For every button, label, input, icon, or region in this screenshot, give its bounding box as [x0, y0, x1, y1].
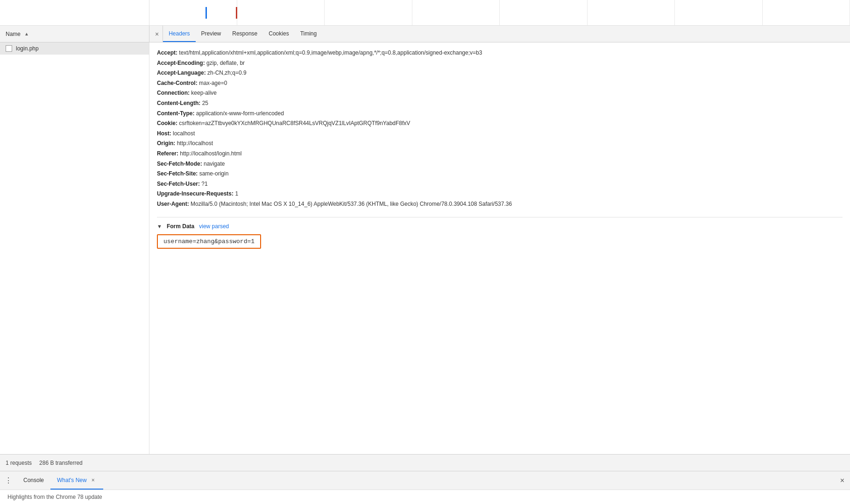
- tab-cookies[interactable]: Cookies: [263, 26, 294, 42]
- header-value: csrftoken=azZTtbvye0kYXchMRGHQUnaRC8fSR4…: [177, 120, 410, 126]
- header-value: keep-alive: [190, 90, 217, 96]
- header-row: Referer: http://localhost/login.html: [157, 149, 843, 159]
- header-row: Accept-Language: zh-CN,zh;q=0.9: [157, 68, 843, 78]
- header-value: localhost: [171, 130, 195, 137]
- header-key: Sec-Fetch-User:: [157, 181, 200, 187]
- timeline-col-7: [675, 0, 763, 25]
- header-row: User-Agent: Mozilla/5.0 (Macintosh; Inte…: [157, 199, 843, 210]
- header-row: Accept-Encoding: gzip, deflate, br: [157, 58, 843, 69]
- header-key: Accept-Language:: [157, 70, 206, 76]
- header-row: Accept: text/html,application/xhtml+xml,…: [157, 48, 843, 58]
- form-data-section: ▼ Form Data view parsed username=zhang&p…: [157, 217, 843, 249]
- timeline-marker-red: [236, 7, 237, 19]
- form-data-label: Form Data: [167, 223, 194, 230]
- header-value: application/x-www-form-urlencoded: [194, 110, 283, 117]
- header-row: Sec-Fetch-Site: same-origin: [157, 169, 843, 179]
- whats-new-tab-label: What's New: [57, 477, 87, 483]
- tab-close-x-button[interactable]: ×: [151, 26, 163, 42]
- header-value: Mozilla/5.0 (Macintosh; Intel Mac OS X 1…: [189, 201, 512, 207]
- headers-container: Accept: text/html,application/xhtml+xml,…: [157, 48, 843, 210]
- timeline-col-4: [412, 0, 500, 25]
- header-value: max-age=0: [198, 80, 227, 86]
- header-row: Host: localhost: [157, 129, 843, 139]
- header-key: Origin:: [157, 140, 175, 147]
- header-value: same-origin: [198, 170, 228, 177]
- timeline-col-3: [325, 0, 412, 25]
- bottom-tabs-bar: ⋮ Console What's New × ×: [0, 471, 850, 490]
- sort-arrow-icon: ▲: [24, 31, 29, 36]
- content-area: login.php Accept: text/html,application/…: [0, 42, 850, 454]
- timeline-left: [0, 0, 149, 25]
- timeline-col-8: [763, 0, 850, 25]
- timeline-col-5: [500, 0, 588, 25]
- header-row: Content-Type: application/x-www-form-url…: [157, 109, 843, 119]
- console-tab-label: Console: [23, 477, 44, 483]
- header-value: navigate: [202, 161, 225, 167]
- tab-timing[interactable]: Timing: [295, 26, 323, 42]
- header-row: Sec-Fetch-Mode: navigate: [157, 159, 843, 169]
- header-key: Sec-Fetch-Site:: [157, 170, 198, 177]
- tab-headers[interactable]: Headers: [163, 26, 195, 42]
- tab-preview[interactable]: Preview: [196, 26, 227, 42]
- file-item-login-php[interactable]: login.php: [0, 42, 149, 55]
- timeline-right: [149, 0, 850, 25]
- highlights-text: Highlights from the Chrome 78 update: [7, 494, 102, 500]
- timeline-col-1: [149, 0, 237, 25]
- header-key: Accept-Encoding:: [157, 60, 205, 66]
- header-key: Content-Type:: [157, 110, 194, 117]
- header-key: Cache-Control:: [157, 80, 198, 86]
- name-header-label: Name: [6, 31, 21, 37]
- close-bottom-panel-button[interactable]: ×: [835, 471, 850, 490]
- header-key: Content-Length:: [157, 100, 200, 106]
- header-row: Content-Length: 25: [157, 98, 843, 109]
- header-value: 1: [234, 190, 238, 197]
- header-value: http://localhost/login.html: [178, 150, 241, 157]
- header-value: ?1: [200, 181, 208, 187]
- timeline-area: [0, 0, 850, 26]
- header-value: zh-CN,zh;q=0.9: [206, 70, 247, 76]
- highlights-preview: Highlights from the Chrome 78 update: [0, 490, 850, 504]
- header-row: Cache-Control: max-age=0: [157, 78, 843, 89]
- header-key: Connection:: [157, 90, 190, 96]
- form-data-title-row: ▼ Form Data view parsed: [157, 223, 843, 230]
- form-data-triangle-icon: ▼: [157, 224, 162, 229]
- header-value: http://localhost: [175, 140, 213, 147]
- header-key: Cookie:: [157, 120, 177, 126]
- header-row: Origin: http://localhost: [157, 139, 843, 149]
- header-row: Cookie: csrftoken=azZTtbvye0kYXchMRGHQUn…: [157, 119, 843, 129]
- bottom-tab-more-button[interactable]: ⋮: [0, 471, 17, 490]
- form-data-view-parsed-link[interactable]: view parsed: [199, 223, 229, 230]
- timeline-marker-blue: [205, 7, 207, 19]
- timeline-col-6: [588, 0, 675, 25]
- detail-tabs: × Headers Preview Response Cookies Timin…: [149, 26, 324, 42]
- file-list-panel: login.php: [0, 42, 149, 454]
- transferred-size: 286 B transferred: [39, 460, 83, 466]
- form-data-value-box: username=zhang&password=1: [157, 234, 261, 249]
- file-icon: [6, 45, 12, 52]
- header-key: Referer:: [157, 150, 178, 157]
- header-value: 25: [200, 100, 208, 106]
- headers-panel: Accept: text/html,application/xhtml+xml,…: [149, 42, 850, 454]
- bottom-tab-console[interactable]: Console: [17, 471, 50, 490]
- requests-count: 1 requests: [6, 460, 32, 466]
- tabs-bar: Name ▲ × Headers Preview Response Cookie…: [0, 26, 850, 42]
- header-key: User-Agent:: [157, 201, 189, 207]
- devtools-main: Name ▲ × Headers Preview Response Cookie…: [0, 26, 850, 471]
- header-row: Upgrade-Insecure-Requests: 1: [157, 189, 843, 199]
- header-row: Connection: keep-alive: [157, 88, 843, 98]
- timeline-columns: [149, 0, 850, 25]
- whats-new-tab-close[interactable]: ×: [90, 476, 97, 484]
- tab-response[interactable]: Response: [227, 26, 263, 42]
- header-key: Upgrade-Insecure-Requests:: [157, 190, 234, 197]
- header-value: gzip, deflate, br: [205, 60, 245, 66]
- bottom-tab-whats-new[interactable]: What's New ×: [50, 471, 103, 490]
- status-bar: 1 requests 286 B transferred: [0, 454, 850, 471]
- header-key: Accept:: [157, 49, 177, 56]
- header-row: Sec-Fetch-User: ?1: [157, 179, 843, 189]
- file-name-label: login.php: [16, 45, 39, 52]
- header-key: Sec-Fetch-Mode:: [157, 161, 202, 167]
- bottom-spacer: [103, 471, 835, 490]
- header-key: Host:: [157, 130, 171, 137]
- header-value: text/html,application/xhtml+xml,applicat…: [177, 49, 482, 56]
- timeline-col-2: [237, 0, 325, 25]
